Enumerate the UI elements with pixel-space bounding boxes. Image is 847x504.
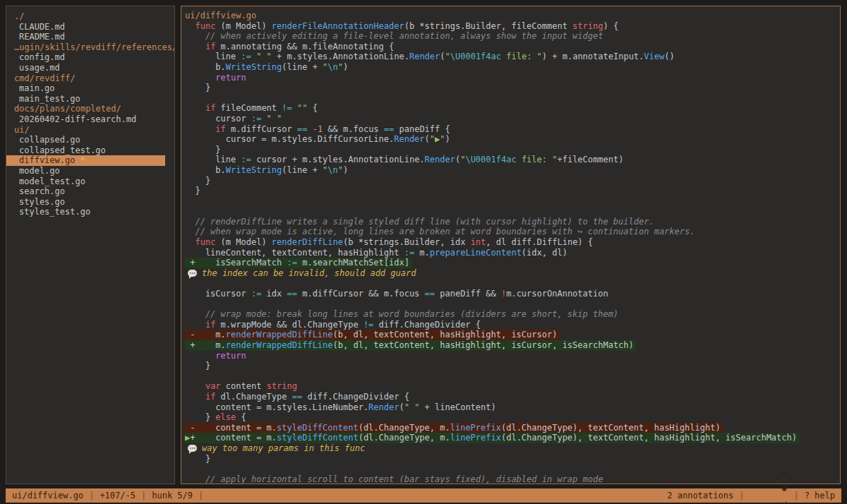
file-tree-file[interactable]: collapsed.go: [6, 135, 174, 145]
triangle-down-icon: ▼: [781, 469, 788, 478]
blank-line: [181, 196, 840, 207]
comment-bubble-icon: [188, 445, 197, 452]
file-name: model_test.go: [19, 176, 85, 186]
code-line[interactable]: } else {: [181, 412, 840, 423]
file-name: main_test.go: [19, 94, 80, 104]
file-name: ui/: [14, 125, 30, 135]
diff-content: ui/diffview.go func (m Model) renderFile…: [181, 11, 840, 484]
code-line[interactable]: func (m Model) renderFileAnnotationHeade…: [181, 21, 840, 32]
file-tree-file[interactable]: search.go: [6, 186, 174, 197]
status-diff-stats: +107/-5: [100, 488, 136, 503]
diff-removed-line[interactable]: - m.renderWrappedDiffLine(b, dl, textCon…: [181, 330, 840, 340]
file-tree-file[interactable]: diffview.go*: [6, 155, 165, 166]
code-line[interactable]: }: [181, 361, 840, 371]
code-line[interactable]: cursor := " ": [181, 114, 840, 124]
file-name: docs/plans/completed/: [14, 104, 121, 114]
modified-marker: *: [75, 155, 85, 165]
diff-added-line[interactable]: + isSearchMatch := m.searchMatchSet[idx]: [181, 258, 840, 268]
file-name: collapsed_test.go: [19, 145, 106, 155]
code-line[interactable]: }: [181, 83, 840, 93]
code-line[interactable]: // wrap mode: break long lines at word b…: [181, 309, 840, 320]
diff-added-line-cursor[interactable]: ▶+ content = m.styleDiffContent(dl.Chang…: [181, 433, 840, 443]
code-line[interactable]: if m.diffCursor == -1 && m.focus == pane…: [181, 124, 840, 135]
code-line[interactable]: // when actively editing a file-level an…: [181, 31, 840, 42]
file-tree-file[interactable]: collapsed_test.go: [6, 145, 174, 156]
status-separator: |: [136, 488, 152, 503]
code-line[interactable]: content = m.styles.LineNumber.Render(" "…: [181, 402, 840, 413]
code-line[interactable]: line := cursor + m.styles.AnnotationLine…: [181, 155, 840, 165]
file-tree-file[interactable]: CLAUDE.md: [6, 22, 174, 32]
comment-bubble-icon: [188, 270, 197, 277]
file-name: styles.go: [19, 197, 65, 207]
file-tree-pane: ./CLAUDE.mdREADME.md…ugin/skills/revdiff…: [6, 6, 175, 484]
file-tree-file[interactable]: main.go: [6, 83, 174, 94]
file-tree-directory[interactable]: ./: [6, 11, 174, 22]
status-separator: |: [788, 488, 804, 503]
diff-added-line[interactable]: + m.renderWrappedDiffLine(b, dl, textCon…: [181, 340, 840, 351]
record-dot-icon: ◉: [781, 484, 788, 493]
code-line[interactable]: cursor = m.styles.DiffCursorLine.Render(…: [181, 134, 840, 145]
file-tree-file[interactable]: README.md: [6, 32, 174, 42]
code-line[interactable]: }: [181, 186, 840, 196]
code-line[interactable]: b.WriteString(line + "\n"): [181, 62, 840, 73]
code-line[interactable]: func (m Model) renderDiffLine(b *strings…: [181, 237, 840, 248]
file-name: 20260402-diff-search.md: [19, 114, 136, 124]
annotation-line[interactable]: the index can be invalid, should add gua…: [181, 268, 840, 279]
file-name: collapsed.go: [19, 135, 80, 145]
file-name: CLAUDE.md: [19, 22, 65, 32]
status-separator: |: [733, 488, 750, 503]
file-tree-file[interactable]: main_test.go: [6, 94, 174, 104]
file-tree-file[interactable]: styles.go: [6, 197, 174, 208]
code-line[interactable]: b.WriteString(line + "\n"): [181, 165, 840, 176]
blank-line: [181, 93, 840, 104]
status-hunk-position: hunk 5/9: [152, 488, 193, 503]
file-tree-file[interactable]: styles_test.go: [6, 207, 174, 217]
code-line[interactable]: // when wrap mode is active, long lines …: [181, 227, 840, 237]
file-tree-directory[interactable]: …ugin/skills/revdiff/references/: [6, 42, 174, 53]
status-right: 2 annotations | ▼ ◉ ↩ ≋ | ? help: [667, 452, 835, 504]
diff-removed-line[interactable]: - content = m.styleDiffContent(dl.Change…: [181, 423, 840, 433]
file-name: …ugin/skills/revdiff/references/: [14, 42, 175, 52]
status-separator: |: [193, 488, 209, 503]
diff-pane: ui/diffview.go func (m Model) renderFile…: [181, 6, 841, 484]
file-tree-file[interactable]: model_test.go: [6, 176, 174, 187]
status-left: ui/diffview.go | +107/-5 | hunk 5/9 |: [12, 488, 209, 503]
blank-line: [181, 371, 840, 382]
file-name: README.md: [19, 32, 65, 42]
annotation-text: the index can be invalid, should add gua…: [202, 268, 416, 278]
file-name: cmd/revdiff/: [14, 73, 76, 83]
code-line[interactable]: }: [181, 145, 840, 155]
code-line[interactable]: if m.wrapMode && dl.ChangeType != diff.C…: [181, 320, 840, 330]
file-tree-directory[interactable]: cmd/revdiff/: [6, 73, 174, 84]
file-tree-file[interactable]: model.go: [6, 166, 174, 176]
code-line[interactable]: return: [181, 351, 840, 361]
wrap-return-icon: ↩: [781, 498, 788, 504]
file-tree-file[interactable]: usage.md: [6, 63, 174, 73]
status-filename: ui/diffview.go: [12, 488, 83, 503]
file-name: search.go: [19, 186, 65, 196]
code-line[interactable]: isCursor := idx == m.diffCursor && m.foc…: [181, 289, 840, 299]
code-line[interactable]: lineContent, textContent, hasHighlight :…: [181, 248, 840, 258]
status-help-hint: ? help: [805, 488, 835, 503]
file-tree-file[interactable]: 20260402-diff-search.md: [6, 114, 174, 125]
code-line[interactable]: return: [181, 73, 840, 83]
code-line[interactable]: // renderDiffLine writes a single styled…: [181, 217, 840, 227]
code-line[interactable]: var content string: [181, 381, 840, 392]
file-tree-directory[interactable]: docs/plans/completed/: [6, 104, 174, 114]
file-tree-file[interactable]: config.md: [6, 52, 174, 63]
file-name: ./: [14, 11, 24, 21]
status-mode-icons: ▼ ◉ ↩ ≋: [750, 452, 788, 504]
status-bar: ui/diffview.go | +107/-5 | hunk 5/9 | 2 …: [6, 488, 841, 503]
code-line[interactable]: }: [181, 176, 840, 186]
blank-line: [181, 278, 840, 289]
file-name: main.go: [19, 83, 55, 93]
file-header-line[interactable]: ui/diffview.go: [181, 11, 840, 21]
code-line[interactable]: if dl.ChangeType == diff.ChangeDivider {: [181, 392, 840, 402]
code-line[interactable]: line := " " + m.styles.AnnotationLine.Re…: [181, 52, 840, 62]
file-name: usage.md: [19, 63, 60, 73]
file-name: model.go: [19, 166, 60, 176]
file-tree-directory[interactable]: ui/: [6, 125, 174, 136]
file-name: diffview.go: [19, 155, 75, 165]
code-line[interactable]: if fileComment != "" {: [181, 103, 840, 114]
code-line[interactable]: if m.annotating && m.fileAnnotating {: [181, 42, 840, 52]
